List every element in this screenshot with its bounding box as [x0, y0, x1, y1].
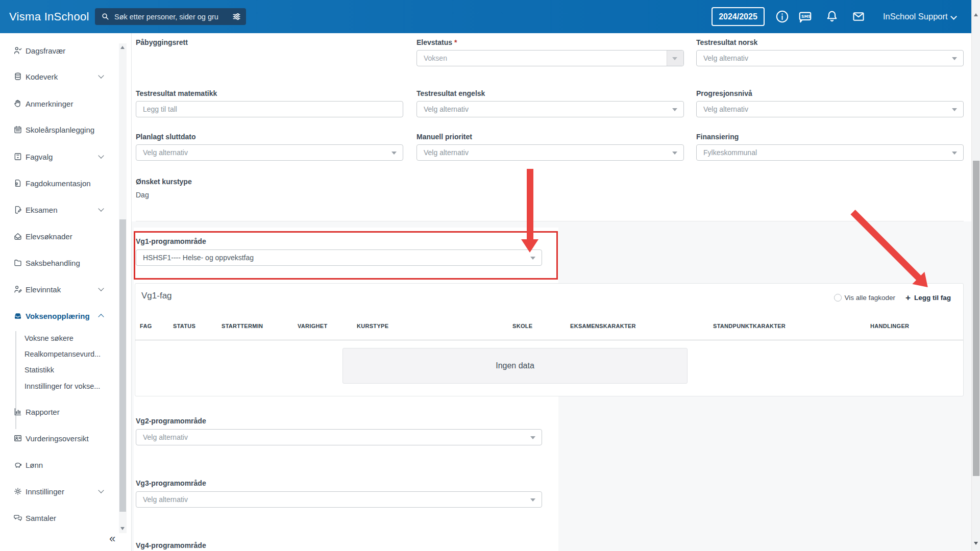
sidebar-item-dagsfravaer[interactable]: Dagsfravær	[0, 43, 118, 58]
annotation-arrow-down-head	[521, 239, 538, 253]
sidebar-item-innstillinger[interactable]: Innstillinger	[0, 484, 118, 499]
sidebar-item-label: Voksenopplæring	[26, 312, 90, 320]
field-label-pabyggingsrett: Påbyggingsrett	[136, 37, 188, 47]
chevron-down-icon[interactable]	[98, 72, 104, 78]
chevron-down-icon[interactable]	[98, 206, 104, 211]
sidebar-item-label: Fagdokumentasjon	[26, 179, 91, 188]
testresultat-engelsk-select[interactable]: Velg alternativ	[416, 101, 684, 117]
sidebar-item-label: Fagvalg	[26, 153, 53, 161]
column-header-status: STATUS	[173, 323, 195, 329]
person-pencil-icon	[13, 285, 22, 294]
chevron-down-icon[interactable]	[98, 153, 104, 158]
sidebar-item-vurderingsoversikt[interactable]: Vurderingsoversikt	[0, 431, 118, 446]
sidebar-item-fagdokumentasjon[interactable]: Fagdokumentasjon	[0, 176, 118, 191]
card-title: Vg1-fag	[141, 291, 172, 301]
mail-icon[interactable]	[851, 10, 865, 23]
school-year-button[interactable]: 2024/2025	[712, 7, 765, 26]
sidebar-subitem-realkompetansevurdering[interactable]: Realkompetansevurd...	[24, 349, 101, 359]
info-icon[interactable]	[775, 10, 789, 23]
sidebar-item-voksenopplaering[interactable]: Voksenopplæring	[0, 308, 118, 323]
chevron-down-icon	[530, 436, 535, 439]
bar-chart-icon	[13, 407, 22, 416]
manuell-prioritet-select[interactable]: Velg alternativ	[416, 144, 684, 161]
window-scrollbar[interactable]	[971, 0, 980, 551]
column-header-handlinger: HANDLINGER	[870, 323, 909, 329]
sidebar-item-lonn[interactable]: Lønn	[0, 457, 118, 472]
legg-til-fag-button[interactable]: Legg til fag	[914, 294, 951, 302]
book-icon	[13, 152, 22, 161]
sidebar-item-label: Vurderingsoversikt	[26, 434, 89, 443]
chevron-down-icon[interactable]	[950, 13, 957, 20]
search-icon	[101, 12, 110, 21]
vis-alle-fagkoder-radio[interactable]	[834, 294, 842, 302]
sidebar-item-anmerkninger[interactable]: Anmerkninger	[0, 96, 118, 111]
empty-table-message: Ingen data	[342, 348, 688, 384]
chevron-down-icon	[672, 152, 677, 155]
scrollbar-thumb[interactable]	[973, 161, 979, 476]
field-label-vg1-programomrade: Vg1-programområde	[136, 236, 206, 246]
chevron-down-icon	[952, 152, 957, 155]
chevron-down-icon	[530, 498, 535, 502]
folder-icon	[13, 258, 22, 267]
sidebar-item-label: Lønn	[26, 461, 43, 469]
user-menu[interactable]: InSchool Support	[883, 0, 948, 33]
sidebar-item-kodeverk[interactable]: Kodeverk	[0, 69, 118, 84]
bell-icon[interactable]	[825, 9, 839, 23]
sidebar-subitem-statistikk[interactable]: Statistikk	[24, 365, 54, 375]
sidebar-item-saksbehandling[interactable]: Saksbehandling	[0, 255, 118, 270]
sidebar-subitem-innstillinger-voksne[interactable]: Innstillinger for vokse...	[24, 381, 100, 391]
onsket-kurstype-value: Dag	[136, 190, 149, 200]
chevron-down-icon[interactable]	[98, 285, 104, 291]
sidebar-item-label: Kodeverk	[26, 72, 58, 81]
field-label-testresultat-matematikk: Testresultat matematikk	[136, 88, 217, 98]
sidebar-scrollbar[interactable]	[119, 43, 127, 533]
search-input[interactable]: Søk etter personer, sider og gru	[95, 8, 246, 25]
plus-icon[interactable]: +	[905, 294, 911, 302]
chevron-up-icon[interactable]	[98, 314, 104, 319]
app-logo: Visma InSchool	[9, 0, 89, 33]
field-label-elevstatus: Elevstatus*	[416, 37, 457, 47]
sidebar-item-elevsoknader[interactable]: Elevsøknader	[0, 229, 118, 244]
sidebar-item-label: Elevsøknader	[26, 232, 72, 241]
chevron-down-icon[interactable]	[98, 487, 104, 493]
sidebar-item-samtaler[interactable]: Samtaler	[0, 510, 118, 525]
testresultat-norsk-select[interactable]: Velg alternativ	[696, 50, 964, 66]
chevron-down-icon	[952, 108, 957, 111]
vis-alle-fagkoder-label: Vis alle fagkoder	[845, 294, 896, 302]
sidebar-item-rapporter[interactable]: Rapporter	[0, 404, 118, 419]
vg3-programomrade-select[interactable]: Velg alternativ	[136, 491, 542, 508]
sidebar-collapse-button[interactable]: «	[109, 532, 115, 545]
sidebar-item-fagvalg[interactable]: Fagvalg	[0, 149, 118, 164]
scroll-up-arrow[interactable]	[120, 46, 125, 49]
sidebar-item-skolearsplanlegging[interactable]: Skoleårsplanlegging	[0, 122, 118, 137]
testresultat-matematikk-input[interactable]: Legg til tall	[136, 101, 403, 117]
field-label-planlagt-sluttdato: Planlagt sluttdato	[136, 132, 195, 142]
chat-bubbles-icon	[13, 513, 22, 522]
scroll-up-arrow[interactable]	[974, 13, 978, 16]
scroll-down-arrow[interactable]	[974, 542, 978, 545]
field-label-progresjonsniva: Progresjonsnivå	[696, 88, 752, 98]
filter-sliders-icon[interactable]	[232, 12, 241, 21]
progresjonsniva-select[interactable]: Velg alternativ	[696, 101, 964, 117]
exam-pencil-icon	[13, 205, 22, 214]
planlagt-sluttdato-select[interactable]: Velg alternativ	[136, 144, 403, 161]
field-label-vg3-programomrade: Vg3-programområde	[136, 478, 206, 488]
sidebar-item-label: Samtaler	[26, 514, 56, 522]
field-label-vg2-programomrade: Vg2-programområde	[136, 416, 206, 426]
vg1-programomrade-select[interactable]: HSHSF1---- Helse- og oppvekstfag	[136, 249, 542, 266]
sidebar-subitem-voksne-sokere[interactable]: Voksne søkere	[24, 333, 74, 343]
vg2-programomrade-select[interactable]: Velg alternativ	[136, 429, 542, 445]
finansiering-select[interactable]: Fylkeskommunal	[696, 144, 964, 161]
scrollbar-thumb[interactable]	[119, 219, 126, 512]
scroll-down-arrow[interactable]	[120, 527, 125, 530]
inbox-icon	[13, 232, 22, 241]
sidebar-item-elevinntak[interactable]: Elevinntak	[0, 282, 118, 297]
sms-icon[interactable]: SMS	[798, 11, 812, 24]
document-pin-icon	[13, 179, 22, 188]
sidebar-item-eksamen[interactable]: Eksamen	[0, 202, 118, 217]
column-header-fag: FAG	[140, 323, 152, 329]
annotation-arrow-down	[527, 169, 533, 240]
field-label-vg4-programomrade: Vg4-programområde	[136, 540, 206, 550]
sidebar-item-label: Innstillinger	[26, 487, 64, 496]
sidebar-item-label: Eksamen	[26, 206, 58, 214]
